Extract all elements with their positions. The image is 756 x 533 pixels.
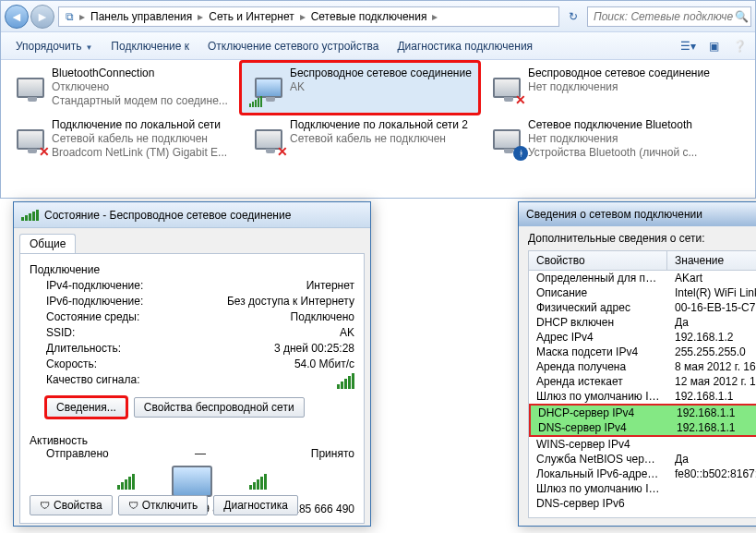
properties-button[interactable]: 🛡Свойства [30,495,113,515]
property-name: Служба NetBIOS через... [529,452,667,466]
property-value: AKart [667,271,756,285]
refresh-button[interactable]: ↻ [563,10,583,23]
table-row[interactable]: WINS-сервер IPv4 [529,437,756,452]
search-box[interactable]: 🔍 [587,6,751,27]
property-value: 192.168.1.1 [669,420,756,435]
media-value: Подключено [291,310,354,323]
connection-name: BluetoothConnection [52,67,234,80]
property-name: Описание [529,285,667,300]
disable-device-button[interactable]: Отключение сетевого устройства [198,37,388,55]
table-row[interactable]: Шлюз по умолчанию IP...192.168.1.1 [529,389,756,404]
property-name: DNS-сервер IPv4 [531,420,669,435]
forward-button[interactable]: ► [30,5,54,29]
disable-button[interactable]: 🛡Отключить [118,495,209,515]
property-name: Адрес IPv4 [529,330,667,345]
view-mode-button[interactable]: ☰▾ [678,40,698,53]
property-value: 8 мая 2012 г. 16:53:55 [667,359,756,374]
disabled-icon: ✕ [277,144,288,159]
table-row[interactable]: Локальный IPv6-адрес...fe80::b502:8167:4… [529,466,756,481]
dialog-titlebar[interactable]: Состояние - Беспроводное сетевое соедине… [14,202,370,228]
table-header: Свойство Значение [529,251,756,271]
ssid-label: SSID: [46,326,340,339]
group-connection-label: Подключение [30,263,354,276]
property-name: Маска подсети IPv4 [529,345,667,359]
table-row[interactable]: DNS-сервер IPv4192.168.1.1 [529,420,756,437]
table-row[interactable]: ОписаниеIntel(R) WiFi Link 5150 [529,285,756,300]
property-value: fe80::b502:8167:479f:e5af%14 [667,466,756,481]
property-value: 192.168.1.1 [667,389,756,404]
diagnose-button[interactable]: Диагностика [213,495,298,515]
property-value: 192.168.1.1 [669,406,756,420]
connection-lan-1[interactable]: ✕ Подключение по локальной сети Сетевой … [3,114,241,165]
connection-wireless-2[interactable]: ✕ Беспроводное сетевое соединение 2 Нет … [479,62,717,114]
connection-lan-2[interactable]: ✕ Подключение по локальной сети 2 Сетево… [241,114,479,165]
table-row[interactable]: DNS-сервер IPv6 [529,496,756,511]
property-value: Да [667,452,756,466]
table-row[interactable]: Аренда получена8 мая 2012 г. 16:53:55 [529,359,756,374]
table-row[interactable]: Служба NetBIOS через...Да [529,452,756,466]
status-dialog: Состояние - Беспроводное сетевое соедине… [13,201,371,527]
speed-value: 54.0 Мбит/с [294,357,354,370]
column-value[interactable]: Значение [667,251,756,270]
table-row[interactable]: Шлюз по умолчанию IP... [529,481,756,496]
table-row[interactable]: Определенный для по...AKart [529,271,756,285]
sent-label: Отправлено [30,447,149,460]
connection-name: Подключение по локальной сети 2 [290,118,473,132]
details-subheading: Дополнительные сведения о сети: [519,226,756,247]
property-value [667,496,756,511]
address-bar: ◄ ► ⧉ ▸ Панель управления ▸ Сеть и Интер… [1,1,755,32]
details-button[interactable]: Сведения... [46,397,126,418]
breadcrumb-seg-1[interactable]: Панель управления [87,10,196,23]
property-name: Шлюз по умолчанию IP... [529,389,667,404]
speed-label: Скорость: [46,357,294,370]
table-row[interactable]: Физический адрес00-16-EB-15-C7-5C [529,300,756,315]
table-row[interactable]: DHCP-сервер IPv4192.168.1.1 [529,404,756,420]
table-row[interactable]: DHCP включенДа [529,315,756,330]
table-row[interactable]: Маска подсети IPv4255.255.255.0 [529,345,756,359]
connection-status: Отключено [52,80,234,94]
breadcrumb-seg-2[interactable]: Сеть и Интернет [205,10,297,23]
adapter-icon [255,78,282,98]
connection-status: Сетевой кабель не подключен [290,132,473,146]
table-row[interactable]: Адрес IPv4192.168.1.2 [529,330,756,345]
signal-icon [21,210,39,221]
diagnose-button[interactable]: Диагностика подключения [388,37,542,55]
dialog-titlebar[interactable]: Сведения о сетевом подключении ✕ [519,202,756,226]
tab-general[interactable]: Общие [19,234,76,253]
table-row[interactable]: Аренда истекает12 мая 2012 г. 16:39:25 [529,374,756,389]
shield-icon: 🛡 [40,500,50,511]
property-name: DHCP включен [529,315,667,330]
shield-icon: 🛡 [128,500,138,511]
connection-name: Беспроводное сетевое соединение [290,67,473,80]
connection-status: Нет подключения [528,132,711,146]
property-name: Физический адрес [529,300,667,315]
organize-menu[interactable]: Упорядочить▼ [6,37,102,55]
back-button[interactable]: ◄ [5,5,29,29]
wireless-properties-button[interactable]: Свойства беспроводной сети [134,397,305,418]
help-button[interactable]: ❔ [729,40,750,53]
status-panel: Подключение IPv4-подключение:Интернет IP… [19,254,365,524]
connection-bluetooth[interactable]: BluetoothConnection Отключено Стандартны… [3,62,241,114]
details-dialog: Сведения о сетевом подключении ✕ Дополни… [518,201,756,527]
column-property[interactable]: Свойство [529,251,667,270]
preview-pane-button[interactable]: ▣ [703,40,724,53]
explorer-window: ◄ ► ⧉ ▸ Панель управления ▸ Сеть и Интер… [0,0,756,199]
property-name: Локальный IPv6-адрес... [529,466,667,481]
bluetooth-icon: ᚼ [513,146,528,161]
connection-wireless-1[interactable]: Беспроводное сетевое соединение AK [241,62,479,114]
connection-status: AK [290,80,473,94]
received-label: Принято [252,447,354,460]
property-name: Аренда получена [529,359,667,374]
ipv6-label: IPv6-подключение: [46,295,227,308]
connection-bt-net[interactable]: ✕ᚼ Сетевое подключение Bluetooth Нет под… [479,114,717,165]
breadcrumb[interactable]: ⧉ ▸ Панель управления ▸ Сеть и Интернет … [58,6,559,27]
breadcrumb-seg-3[interactable]: Сетевые подключения [307,10,431,23]
search-icon: 🔍 [735,10,749,23]
signal-bars-icon [337,373,354,389]
connect-to-button[interactable]: Подключение к [102,37,198,55]
signal-icon [249,474,267,490]
ipv4-value: Интернет [306,279,354,292]
ipv6-value: Без доступа к Интернету [227,295,354,308]
signal-bars-icon [249,96,262,107]
search-input[interactable] [592,9,735,24]
